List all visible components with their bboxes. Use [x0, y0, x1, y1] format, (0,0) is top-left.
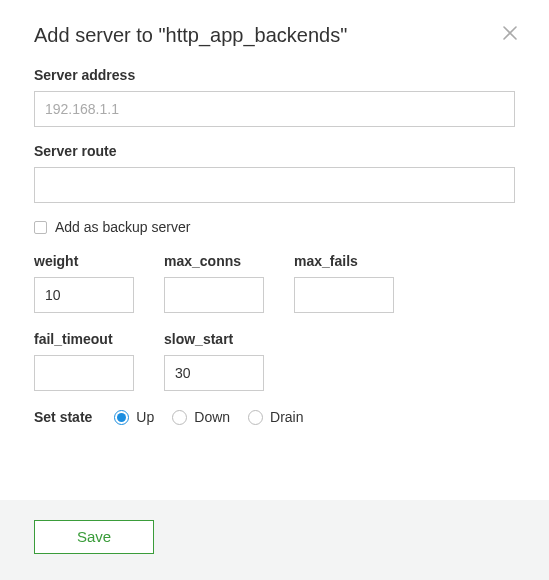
weight-input[interactable] [34, 277, 134, 313]
dialog-title: Add server to "http_app_backends" [34, 24, 347, 47]
server-route-label: Server route [34, 143, 515, 159]
fail-timeout-label: fail_timeout [34, 331, 134, 347]
state-radio-group: Set state Up Down Drain [34, 409, 515, 425]
server-address-field: Server address [34, 67, 515, 127]
server-address-label: Server address [34, 67, 515, 83]
server-route-field: Server route [34, 143, 515, 203]
close-icon [501, 24, 519, 42]
params-row-1: weight max_conns max_fails [34, 253, 515, 313]
dialog-footer: Save [0, 500, 549, 580]
state-option-up[interactable]: Up [114, 409, 154, 425]
dialog-header: Add server to "http_app_backends" [0, 0, 549, 59]
slow-start-label: slow_start [164, 331, 264, 347]
server-route-input[interactable] [34, 167, 515, 203]
max-fails-input[interactable] [294, 277, 394, 313]
radio-drain-label: Drain [270, 409, 303, 425]
max-conns-field: max_conns [164, 253, 264, 313]
radio-up[interactable] [114, 410, 129, 425]
backup-checkbox-label: Add as backup server [55, 219, 190, 235]
slow-start-field: slow_start [164, 331, 264, 391]
max-conns-label: max_conns [164, 253, 264, 269]
state-option-down[interactable]: Down [172, 409, 230, 425]
state-label: Set state [34, 409, 92, 425]
radio-down[interactable] [172, 410, 187, 425]
dialog-body: Server address Server route Add as backu… [0, 59, 549, 500]
params-row-2: fail_timeout slow_start [34, 331, 515, 391]
radio-up-label: Up [136, 409, 154, 425]
radio-down-label: Down [194, 409, 230, 425]
state-option-drain[interactable]: Drain [248, 409, 303, 425]
server-address-input[interactable] [34, 91, 515, 127]
backup-checkbox-row[interactable]: Add as backup server [34, 219, 515, 235]
weight-label: weight [34, 253, 134, 269]
fail-timeout-field: fail_timeout [34, 331, 134, 391]
weight-field: weight [34, 253, 134, 313]
save-button[interactable]: Save [34, 520, 154, 554]
backup-checkbox[interactable] [34, 221, 47, 234]
max-fails-field: max_fails [294, 253, 394, 313]
radio-drain[interactable] [248, 410, 263, 425]
slow-start-input[interactable] [164, 355, 264, 391]
max-fails-label: max_fails [294, 253, 394, 269]
max-conns-input[interactable] [164, 277, 264, 313]
close-button[interactable] [499, 22, 521, 44]
add-server-dialog: Add server to "http_app_backends" Server… [0, 0, 549, 580]
fail-timeout-input[interactable] [34, 355, 134, 391]
